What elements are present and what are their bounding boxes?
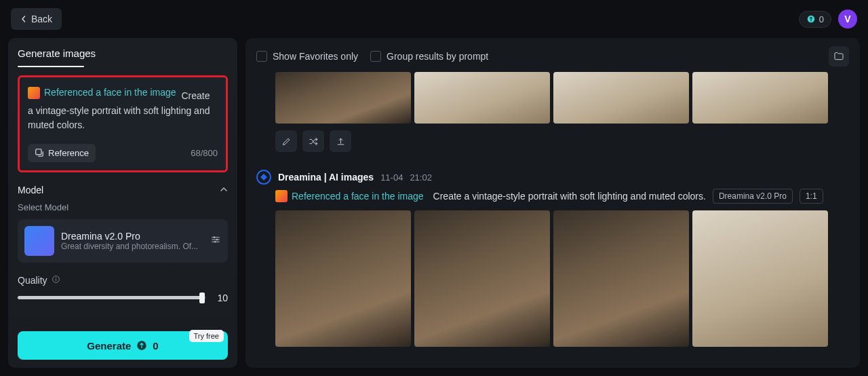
sidebar-title: Generate images [18, 48, 228, 59]
reference-button-label: Reference [48, 148, 89, 158]
upload-icon [336, 136, 346, 147]
topbar: Back 0 V [0, 0, 868, 38]
model-badge: Dreamina v2.0 Pro [713, 189, 793, 204]
app-badge-icon [256, 170, 271, 185]
reference-thumb-icon [275, 190, 288, 202]
checkbox-box [256, 51, 267, 62]
try-free-badge: Try free [189, 330, 224, 342]
result-thumb[interactable] [414, 210, 550, 347]
quality-slider-thumb[interactable] [199, 293, 205, 303]
ratio-badge: 1:1 [800, 189, 823, 204]
sidebar: Generate images Referenced a face in the… [8, 38, 237, 368]
svg-point-3 [216, 239, 218, 241]
reference-button[interactable]: Reference [28, 144, 96, 162]
info-icon[interactable] [52, 275, 60, 286]
generate-button[interactable]: Generate 0 Try free [18, 331, 228, 360]
result-thumb[interactable] [553, 210, 689, 347]
checkbox-box [370, 51, 381, 62]
result-row [275, 210, 849, 347]
show-favorites-checkbox[interactable]: Show Favorites only [256, 51, 358, 62]
group-date: 11-04 [380, 172, 403, 183]
folder-button[interactable] [829, 46, 849, 67]
result-thumb[interactable] [275, 210, 411, 347]
reference-face-tag[interactable]: Referenced a face in the image [275, 190, 424, 202]
back-button[interactable]: Back [11, 8, 62, 30]
edit-button[interactable] [275, 130, 297, 152]
regenerate-button[interactable] [302, 130, 324, 152]
prompt-text: Referenced a face in the image Create a … [28, 86, 218, 133]
model-thumb [24, 226, 54, 256]
chevron-left-icon [20, 14, 27, 24]
quality-row: Quality [18, 275, 228, 286]
svg-rect-1 [36, 149, 41, 155]
result-thumb[interactable] [553, 72, 689, 124]
share-button[interactable] [330, 130, 351, 152]
quality-value: 10 [214, 293, 228, 303]
char-count: 68/800 [191, 148, 218, 158]
model-section-header[interactable]: Model [18, 185, 228, 195]
svg-point-4 [214, 241, 216, 243]
group-results-checkbox[interactable]: Group results by prompt [370, 51, 488, 62]
model-name: Dreamina v2.0 Pro [61, 231, 203, 242]
reference-tag-label: Referenced a face in the image [44, 86, 176, 100]
main-panel: Show Favorites only Group results by pro… [245, 38, 860, 368]
quality-label: Quality [18, 275, 47, 286]
shuffle-icon [309, 136, 319, 147]
group-prompt: Create a vintage-style portrait with sof… [433, 191, 706, 202]
credits-pill[interactable]: 0 [799, 11, 831, 28]
result-thumb[interactable] [692, 210, 828, 347]
group-subheader: Referenced a face in the image Create a … [275, 189, 849, 204]
select-model-label: Select Model [18, 202, 228, 212]
avatar-initial: V [844, 14, 850, 24]
prompt-box[interactable]: Referenced a face in the image Create a … [18, 75, 228, 172]
results-area: Dreamina | AI images 11-04 21:02 Referen… [256, 72, 849, 360]
sidebar-title-underline [18, 66, 84, 67]
show-favorites-label: Show Favorites only [273, 51, 358, 62]
model-desc: Great diversity and photorealism. Of... [61, 242, 203, 251]
model-section-label: Model [18, 185, 43, 195]
quality-slider-fill [18, 296, 202, 299]
generate-label: Generate [87, 340, 131, 352]
avatar[interactable]: V [838, 10, 857, 29]
reference-tag-label: Referenced a face in the image [292, 191, 424, 202]
reference-thumb-icon [28, 87, 40, 99]
folder-icon [833, 51, 844, 62]
back-label: Back [31, 14, 52, 24]
result-actions [275, 130, 849, 152]
result-row-partial [275, 72, 849, 124]
result-thumb[interactable] [692, 72, 828, 124]
result-thumb[interactable] [414, 72, 550, 124]
model-card[interactable]: Dreamina v2.0 Pro Great diversity and ph… [18, 219, 228, 263]
svg-point-2 [214, 237, 216, 239]
credits-icon [136, 340, 147, 351]
topbar-right: 0 V [799, 10, 857, 29]
group-title: Dreamina | AI images [278, 172, 374, 183]
reference-icon [35, 148, 44, 157]
credits-icon [806, 14, 816, 24]
group-results-label: Group results by prompt [387, 51, 488, 62]
quality-slider[interactable] [18, 296, 206, 299]
generate-cost: 0 [153, 340, 158, 352]
chevron-up-icon [220, 185, 228, 195]
model-settings-icon[interactable] [210, 234, 221, 247]
reference-face-tag[interactable]: Referenced a face in the image [28, 86, 176, 100]
svg-point-6 [56, 278, 56, 278]
group-time: 21:02 [410, 172, 432, 183]
result-thumb[interactable] [275, 72, 411, 124]
credits-value: 0 [819, 14, 824, 24]
pencil-icon [281, 136, 292, 147]
result-group-header: Dreamina | AI images 11-04 21:02 [256, 170, 849, 185]
